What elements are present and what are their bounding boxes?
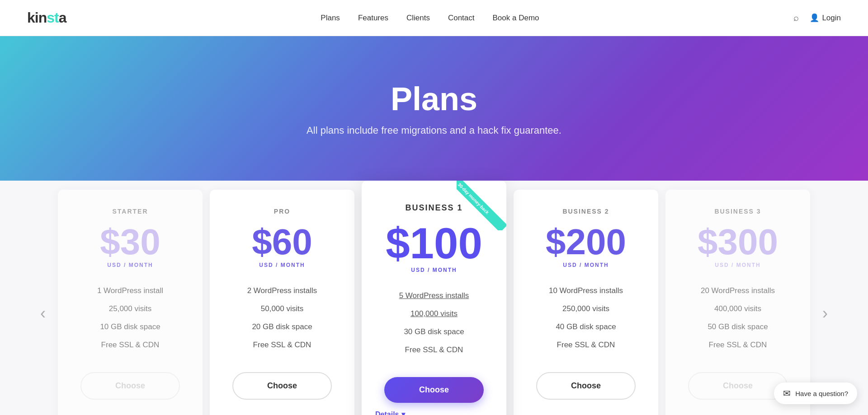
business1-features: 5 WordPress installs 100,000 visits 30 G…	[375, 287, 493, 359]
nav-contact[interactable]: Contact	[448, 14, 475, 23]
starter-cta[interactable]: Choose	[80, 372, 180, 400]
starter-feature-1: 1 WordPress install	[71, 282, 189, 300]
business1-feature-3: 30 GB disk space	[375, 323, 493, 341]
starter-period: USD / MONTH	[71, 262, 189, 268]
starter-features: 1 WordPress install 25,000 visits 10 GB …	[71, 282, 189, 354]
pro-feature-4: Free SSL & CDN	[223, 336, 341, 354]
starter-feature-4: Free SSL & CDN	[71, 336, 189, 354]
plan-business2: BUSINESS 2 $200 USD / MONTH 10 WordPress…	[514, 190, 658, 415]
nav-features[interactable]: Features	[358, 14, 388, 23]
business3-cta[interactable]: Choose	[688, 372, 788, 400]
hero-title: Plans	[391, 80, 477, 117]
pro-cta[interactable]: Choose	[232, 372, 332, 400]
business2-price: $200	[527, 224, 645, 260]
plan-business1: BUSINESS 1 $100 USD / MONTH 5 WordPress …	[362, 181, 506, 415]
chat-widget[interactable]: ✉ Have a question?	[774, 382, 857, 404]
business1-feature-1: 5 WordPress installs	[375, 287, 493, 305]
business3-feature-3: 50 GB disk space	[679, 318, 797, 336]
business1-cta[interactable]: Choose	[384, 377, 484, 403]
logo[interactable]: kinsta	[27, 9, 66, 26]
pro-feature-2: 50,000 visits	[223, 300, 341, 318]
starter-feature-3: 10 GB disk space	[71, 318, 189, 336]
starter-price: $30	[71, 224, 189, 260]
business2-cta[interactable]: Choose	[536, 372, 636, 400]
next-arrow[interactable]: ›	[814, 302, 836, 325]
nav-plans[interactable]: Plans	[321, 14, 340, 23]
business2-feature-4: Free SSL & CDN	[527, 336, 645, 354]
nav-book-demo[interactable]: Book a Demo	[493, 14, 539, 23]
header-right: ⌕ 👤 Login	[793, 13, 841, 23]
business3-feature-4: Free SSL & CDN	[679, 336, 797, 354]
plans-container: ‹ STARTER $30 USD / MONTH 1 WordPress in…	[27, 181, 841, 415]
pro-price: $60	[223, 224, 341, 260]
business3-period: USD / MONTH	[679, 262, 797, 268]
starter-feature-2: 25,000 visits	[71, 300, 189, 318]
business3-price: $300	[679, 224, 797, 260]
plan-pro: PRO $60 USD / MONTH 2 WordPress installs…	[210, 190, 354, 415]
starter-name: STARTER	[71, 208, 189, 215]
business1-feature-2: 100,000 visits	[375, 305, 493, 323]
login-button[interactable]: 👤 Login	[810, 13, 841, 23]
business2-feature-1: 10 WordPress installs	[527, 282, 645, 300]
search-button[interactable]: ⌕	[793, 13, 799, 23]
pro-feature-1: 2 WordPress installs	[223, 282, 341, 300]
pro-period: USD / MONTH	[223, 262, 341, 268]
business2-name: BUSINESS 2	[527, 208, 645, 215]
pro-features: 2 WordPress installs 50,000 visits 20 GB…	[223, 282, 341, 354]
chat-icon: ✉	[783, 388, 791, 399]
business2-feature-2: 250,000 visits	[527, 300, 645, 318]
business2-feature-3: 40 GB disk space	[527, 318, 645, 336]
business3-feature-1: 20 WordPress installs	[679, 282, 797, 300]
business1-feature-4: Free SSL & CDN	[375, 341, 493, 359]
money-back-badge	[457, 181, 506, 230]
chat-label: Have a question?	[795, 390, 848, 397]
business3-features: 20 WordPress installs 400,000 visits 50 …	[679, 282, 797, 354]
details-label: Details	[375, 410, 399, 415]
business3-feature-2: 400,000 visits	[679, 300, 797, 318]
user-icon: 👤	[810, 13, 819, 23]
pro-name: PRO	[223, 208, 341, 215]
plan-starter: STARTER $30 USD / MONTH 1 WordPress inst…	[58, 190, 203, 415]
chevron-down-icon: ▾	[401, 410, 405, 415]
business1-period: USD / MONTH	[375, 267, 493, 273]
nav-clients[interactable]: Clients	[406, 14, 430, 23]
hero-subtitle: All plans include free migrations and a …	[307, 125, 561, 136]
hero-section: Plans All plans include free migrations …	[0, 36, 868, 181]
main-nav: Plans Features Clients Contact Book a De…	[321, 14, 539, 23]
header: kinsta Plans Features Clients Contact Bo…	[0, 0, 868, 36]
plans-section: ‹ STARTER $30 USD / MONTH 1 WordPress in…	[0, 181, 868, 415]
details-button[interactable]: Details ▾	[375, 410, 405, 415]
pro-feature-3: 20 GB disk space	[223, 318, 341, 336]
plan-business3: BUSINESS 3 $300 USD / MONTH 20 WordPress…	[665, 190, 810, 415]
business2-features: 10 WordPress installs 250,000 visits 40 …	[527, 282, 645, 354]
business2-period: USD / MONTH	[527, 262, 645, 268]
login-label: Login	[822, 14, 841, 23]
business3-name: BUSINESS 3	[679, 208, 797, 215]
prev-arrow[interactable]: ‹	[32, 302, 54, 325]
